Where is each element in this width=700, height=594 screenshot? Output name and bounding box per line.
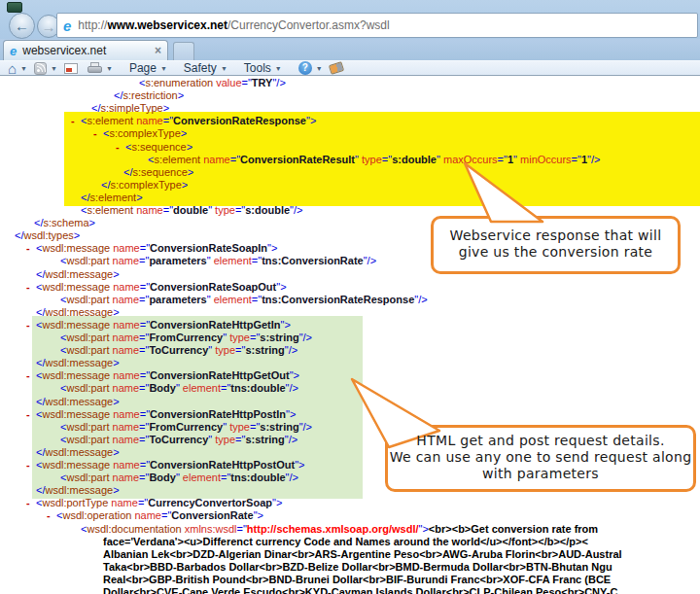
xml-line: -<wsdl:operation name="ConversionRate"> (47, 509, 263, 521)
xml-line: </s:sequence> (123, 166, 193, 178)
home-caret-icon[interactable]: ▼ (20, 65, 27, 72)
safety-caret-icon[interactable]: ▼ (221, 65, 228, 72)
xml-line: </wsdl:message> (36, 396, 120, 407)
xml-line: -<wsdl:message name="ConversionRateSoapO… (26, 281, 287, 293)
response-callout-line2: give us the conversion rate (431, 244, 681, 261)
xml-line: <s:element name="ConversionRateResult" t… (148, 154, 600, 165)
xml-line: </wsdl:types> (15, 229, 80, 241)
response-callout-text: Webservice response that will give us th… (431, 227, 681, 261)
xml-line: <wsdl:part name="FromCurrency" type="s:s… (60, 332, 312, 343)
xml-line: -<wsdl:portType name="CurrencyConvertorS… (26, 497, 282, 508)
collapse-toggle-icon[interactable]: - (116, 141, 125, 153)
tools-menu[interactable]: Tools (244, 61, 271, 75)
url-scheme: http:// (78, 18, 107, 32)
xml-line: face='Verdana'><u>Differenct currency Co… (103, 536, 588, 547)
xml-line: <wsdl:part name="Body" element="tns:doub… (60, 382, 298, 394)
xml-line: </s:complexType> (101, 179, 188, 191)
xml-line: -<s:element name="ConversionRateResponse… (71, 115, 316, 126)
url-path: /CurrencyConvertor.asmx?wsdl (228, 18, 390, 32)
collapse-toggle-icon[interactable]: - (26, 497, 36, 508)
collapse-toggle-icon[interactable]: - (26, 319, 36, 331)
collapse-toggle-icon[interactable]: - (26, 281, 36, 293)
tools-caret-icon[interactable]: ▼ (275, 65, 282, 72)
rss-feed-icon[interactable] (34, 62, 47, 75)
xml-line: </wsdl:message> (36, 484, 120, 496)
http-callout-line1: HTML get and post request details. (385, 433, 696, 449)
xml-line: Dollar<br>CVE-Cape Verde Escudo<br>KYD-C… (103, 586, 617, 594)
xml-line: <wsdl:part name="Body" element="tns:doub… (60, 472, 298, 483)
http-callout-line3: with parameters (385, 466, 696, 482)
xml-line: <wsdl:part name="parameters" element="tn… (60, 294, 428, 305)
command-bar: ⌂ ▼ ▼ ▼ Page ▼ Safety ▼ Tools ▼ ? ▼ (0, 60, 700, 76)
ie-icon: e (63, 17, 71, 34)
print-caret-icon[interactable]: ▼ (106, 65, 113, 72)
xml-line: -<s:sequence> (116, 141, 192, 153)
url-domain: www.webservicex.net (107, 18, 228, 32)
forward-arrow-icon: → (42, 19, 56, 34)
xml-line: <wsdl:part name="FromCurrency" type="s:s… (60, 421, 312, 433)
xml-line: </wsdl:message> (36, 446, 120, 458)
page-caret-icon[interactable]: ▼ (160, 65, 167, 72)
ie-favicon: e (10, 44, 17, 58)
xml-line: <wsdl:part name="parameters" element="tn… (60, 255, 376, 266)
tab-close-icon[interactable]: × (155, 44, 161, 57)
xml-line: </s:simpleType> (91, 102, 169, 114)
safety-menu[interactable]: Safety (184, 61, 217, 75)
collapse-toggle-icon[interactable]: - (47, 509, 56, 521)
xml-line: </wsdl:message> (36, 268, 120, 280)
window-corner-icon (7, 2, 22, 13)
wsdl-document: <s:enumeration value="TRY"/></s:restrict… (0, 76, 700, 594)
xml-line: </s:restriction> (114, 89, 184, 101)
help-icon[interactable]: ? (298, 61, 312, 75)
tab-bar: e webservicex.net × (0, 39, 700, 60)
new-tab-button[interactable] (173, 42, 194, 60)
collapse-toggle-icon[interactable]: - (71, 115, 81, 126)
back-arrow-icon: ← (15, 18, 29, 33)
xml-line: -<wsdl:message name="ConversionRateHttpP… (26, 408, 296, 420)
xml-line: </wsdl:message> (36, 306, 120, 318)
browser-window: ← → e http:// www.webservicex.net /Curre… (0, 0, 700, 594)
xml-line: <wsdl:documentation xmlns:wsdl="http://s… (81, 523, 598, 535)
addon-icon[interactable] (329, 61, 344, 75)
browser-chrome: ← → e http:// www.webservicex.net /Curre… (0, 0, 700, 76)
xml-line: </wsdl:message> (36, 357, 120, 368)
xml-line: Albanian Lek<br>DZD-Algerian Dinar<br>AR… (103, 548, 622, 560)
xml-line: Taka<br>BBD-Barbados Dollar<br>BZD-Beliz… (103, 561, 612, 573)
page-menu[interactable]: Page (129, 61, 157, 75)
xml-line: <s:element name="double" type="s:double"… (81, 204, 302, 216)
url-bar[interactable]: e http:// www.webservicex.net /CurrencyC… (56, 13, 698, 38)
print-icon[interactable] (88, 62, 102, 74)
help-caret-icon[interactable]: ▼ (316, 65, 323, 72)
collapse-toggle-icon[interactable]: - (26, 369, 36, 381)
xml-line: -<wsdl:message name="ConversionRateHttpG… (26, 319, 291, 331)
http-callout-line2: We can use any one to send request along (385, 449, 696, 466)
response-callout-line1: Webservice response that will (431, 227, 681, 244)
collapse-toggle-icon[interactable]: - (26, 459, 36, 471)
mail-icon[interactable] (64, 63, 78, 74)
http-callout-text: HTML get and post request details. We ca… (385, 433, 696, 482)
xml-line: -<wsdl:message name="ConversionRateSoapI… (26, 242, 277, 254)
collapse-toggle-icon[interactable]: - (26, 408, 36, 420)
back-button[interactable]: ← (9, 13, 35, 39)
tab-webservicex[interactable]: e webservicex.net × (3, 40, 168, 60)
collapse-toggle-icon[interactable]: - (93, 127, 103, 139)
xml-line: Real<br>GBP-British Pound<br>BND-Brunei … (103, 574, 611, 585)
xml-line: <s:enumeration value="TRY"/> (139, 77, 286, 88)
xml-line: -<wsdl:message name="ConversionRateHttpG… (26, 369, 299, 381)
home-icon[interactable]: ⌂ (8, 61, 17, 76)
xml-line: </s:element> (81, 192, 143, 203)
xml-line: <wsdl:part name="ToCurrency" type="s:str… (60, 434, 298, 445)
xml-line: <wsdl:part name="ToCurrency" type="s:str… (60, 344, 298, 356)
rss-caret-icon[interactable]: ▼ (51, 65, 57, 72)
xml-line: </s:schema> (34, 217, 95, 228)
xml-line: -<s:complexType> (93, 127, 187, 139)
collapse-toggle-icon[interactable]: - (26, 242, 36, 254)
xml-line: -<wsdl:message name="ConversionRateHttpP… (26, 459, 305, 471)
tab-title: webservicex.net (22, 44, 155, 57)
